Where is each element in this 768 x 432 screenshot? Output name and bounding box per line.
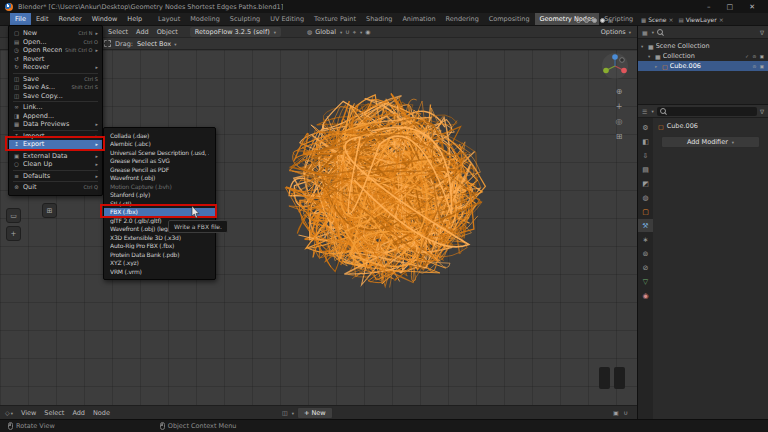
- workspace-tab-compositing[interactable]: Compositing: [484, 13, 535, 25]
- outliner-row-collection[interactable]: ▾▦Collection✓ ⊙ ▣: [638, 51, 768, 61]
- expander-icon[interactable]: ▾: [641, 44, 646, 49]
- row-visibility-icons[interactable]: ⊙ ▣: [753, 64, 765, 69]
- export-menu-item-collada-dae[interactable]: Collada (.dae): [104, 131, 215, 140]
- properties-tab-output[interactable]: ⇩: [638, 149, 653, 162]
- workspace-tab-modeling[interactable]: Modeling: [185, 13, 225, 25]
- workspace-tab-sculpting[interactable]: Sculpting: [225, 13, 265, 25]
- file-menu-item-clean-up[interactable]: ○Clean Up▸: [9, 160, 102, 169]
- workspace-tab-rendering[interactable]: Rendering: [441, 13, 484, 25]
- toolbar-cursor-tool[interactable]: +: [6, 226, 21, 241]
- viewport-menu-add[interactable]: Add: [132, 28, 153, 36]
- retopoflow-dropdown[interactable]: RetopoFlow 3.2.5 (self): [190, 27, 281, 37]
- file-menu-item-append[interactable]: ◨Append...: [9, 112, 102, 121]
- properties-tab-constraints[interactable]: ⊘: [638, 261, 653, 274]
- drag-mode-dropdown[interactable]: Select Box: [137, 40, 176, 48]
- file-menu-item-quit[interactable]: ⊗QuitCtrl Q: [9, 183, 102, 192]
- close-button[interactable]: ✕: [749, 3, 755, 11]
- export-menu-item-universal-scene-description-usd-usdc-usda[interactable]: Universal Scene Description (.usd, .usdc…: [104, 148, 215, 157]
- menu-render[interactable]: Render: [53, 13, 86, 25]
- outliner-editor-icon[interactable]: ▦: [642, 29, 648, 36]
- pin-icon[interactable]: ▣: [613, 409, 619, 416]
- snapping-icon[interactable]: ∪: [624, 409, 628, 416]
- file-menu-item-save-as[interactable]: ◫Save As...Shift Ctrl S: [9, 83, 102, 92]
- file-menu-item-open-recent[interactable]: ◷Open RecentShift Ctrl O▸: [9, 46, 102, 55]
- maximize-button[interactable]: □: [727, 3, 734, 11]
- file-menu-item-data-previews[interactable]: ▦Data Previews▸: [9, 120, 102, 129]
- file-menu-item-defaults[interactable]: ≡Defaults▸: [9, 172, 102, 181]
- export-menu-item-stanford-ply[interactable]: Stanford (.ply): [104, 191, 215, 200]
- export-menu-item-grease-pencil-as-pdf[interactable]: Grease Pencil as PDF: [104, 165, 215, 174]
- toolbar-select-box-tool[interactable]: ▭: [6, 208, 21, 223]
- properties-tab-view-layer[interactable]: ▤: [638, 163, 653, 176]
- new-node-tree-button[interactable]: + New: [297, 407, 333, 419]
- shading-solid-icon[interactable]: [584, 18, 589, 23]
- toggle-perspective-icon[interactable]: ⊞: [613, 131, 625, 142]
- browse-node-tree-icon[interactable]: ◫: [282, 409, 288, 416]
- node-menu-node[interactable]: Node: [89, 409, 114, 417]
- node-menu-view[interactable]: View: [17, 409, 40, 417]
- shading-wireframe-icon[interactable]: [576, 18, 581, 23]
- properties-tab-particles[interactable]: ∗: [638, 233, 653, 246]
- export-menu-item-protein-data-bank-pdb[interactable]: Protein Data Bank (.pdb): [104, 250, 215, 259]
- export-menu-item-x3d-extensible-3d-x3d[interactable]: X3D Extensible 3D (.x3d): [104, 233, 215, 242]
- properties-tab-render[interactable]: ◧: [638, 135, 653, 148]
- remove-viewlayer-icon[interactable]: ×: [719, 16, 724, 23]
- menu-window[interactable]: Window: [87, 13, 123, 25]
- viewlayer-name[interactable]: ViewLayer: [686, 16, 717, 23]
- minimize-button[interactable]: –: [707, 3, 711, 11]
- add-modifier-button[interactable]: Add Modifier: [661, 136, 760, 148]
- snap-target-icon[interactable]: ⌖: [353, 28, 356, 36]
- workspace-tab-layout[interactable]: Layout: [153, 13, 185, 25]
- viewport-menu-object[interactable]: Object: [153, 28, 182, 36]
- node-menu-add[interactable]: Add: [68, 409, 89, 417]
- outliner-row-cube-006[interactable]: ▸▢Cube.006⊙ ▣: [638, 61, 768, 71]
- unlink-scene-icon[interactable]: ×: [669, 16, 674, 23]
- snap-magnet-icon[interactable]: ∪: [345, 28, 349, 35]
- workspace-tab-texture-paint[interactable]: Texture Paint: [309, 13, 361, 25]
- pan-hand-icon[interactable]: +: [613, 101, 625, 112]
- node-menu-select[interactable]: Select: [40, 409, 68, 417]
- properties-tab-material[interactable]: ◉: [638, 289, 653, 302]
- menu-file[interactable]: File: [10, 13, 31, 25]
- overlays-icon[interactable]: ⊞: [608, 17, 613, 24]
- file-menu-item-import[interactable]: ↧Import▸: [9, 132, 102, 141]
- export-menu-item-grease-pencil-as-svg[interactable]: Grease Pencil as SVG: [104, 157, 215, 166]
- proportional-editing-icon[interactable]: ◉: [365, 28, 370, 35]
- properties-tab-physics[interactable]: ⊚: [638, 247, 653, 260]
- filter-icon[interactable]: ∇: [760, 108, 764, 115]
- viewport-menu-select[interactable]: Select: [104, 28, 132, 36]
- properties-editor-icon[interactable]: ☰: [642, 108, 647, 115]
- file-menu-item-external-data[interactable]: ▣External Data▸: [9, 152, 102, 161]
- export-menu-item-wavefront-obj[interactable]: Wavefront (.obj): [104, 174, 215, 183]
- file-menu-item-link[interactable]: ∞Link...: [9, 103, 102, 112]
- zoom-icon[interactable]: ⊕: [613, 86, 625, 97]
- search-icon[interactable]: [657, 29, 664, 36]
- toolbar-popup-icon[interactable]: ⊞: [42, 203, 57, 218]
- corner-widget-block[interactable]: [614, 367, 625, 389]
- file-menu-item-revert[interactable]: ↺Revert: [9, 55, 102, 64]
- menu-help[interactable]: Help: [122, 13, 147, 25]
- camera-view-icon[interactable]: ◎: [613, 116, 625, 127]
- workspace-tab-shading[interactable]: Shading: [361, 13, 397, 25]
- export-menu-item-auto-rig-pro-fbx-fbx[interactable]: Auto-Rig Pro FBX (.fbx): [104, 242, 215, 251]
- export-menu-item-motion-capture-bvh[interactable]: Motion Capture (.bvh): [104, 182, 215, 191]
- export-menu-item-vrm-vrm[interactable]: VRM (.vrm): [104, 267, 215, 276]
- properties-tab-scene[interactable]: ◩: [638, 177, 653, 190]
- properties-tab-modifiers[interactable]: ⚒: [638, 219, 653, 232]
- shading-material-icon[interactable]: [592, 18, 597, 23]
- properties-search-input[interactable]: [657, 107, 757, 116]
- properties-tab-object-data[interactable]: ▽: [638, 275, 653, 288]
- menu-edit[interactable]: Edit: [31, 13, 54, 25]
- corner-widget-block[interactable]: [599, 367, 610, 389]
- expander-icon[interactable]: ▸: [655, 64, 660, 69]
- file-menu-item-recover[interactable]: ↻Recover▸: [9, 63, 102, 72]
- properties-tab-world[interactable]: ◍: [638, 191, 653, 204]
- scene-name[interactable]: Scene: [648, 16, 666, 23]
- file-menu-item-export[interactable]: ↥Export▸: [9, 140, 102, 149]
- export-menu-item-xyz-xyz[interactable]: XYZ (.xyz): [104, 259, 215, 268]
- shading-rendered-icon[interactable]: [600, 18, 605, 23]
- navigation-gizmo[interactable]: [601, 52, 629, 80]
- outliner-row-scene-collection[interactable]: ▾▦Scene Collection: [638, 41, 768, 51]
- orientation-dropdown[interactable]: Global: [315, 28, 336, 36]
- workspace-tab-uv-editing[interactable]: UV Editing: [265, 13, 309, 25]
